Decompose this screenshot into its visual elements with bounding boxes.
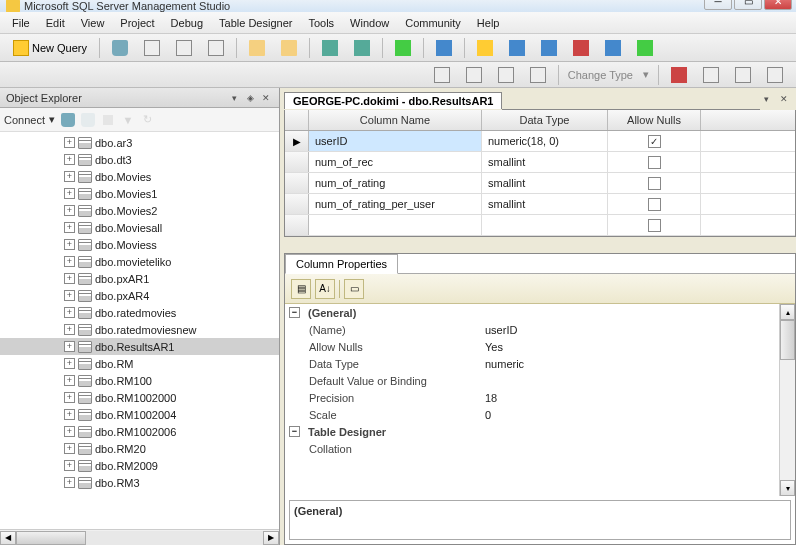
template-explorer-button[interactable] — [502, 36, 532, 60]
property-row[interactable]: Precision18 — [285, 389, 795, 406]
close-document-button[interactable]: ✕ — [780, 94, 792, 106]
menu-debug[interactable]: Debug — [163, 15, 211, 31]
close-button[interactable]: ✕ — [764, 0, 792, 10]
expand-icon[interactable]: + — [64, 273, 75, 284]
empty-row[interactable] — [285, 215, 795, 236]
property-value[interactable]: Yes — [485, 341, 795, 353]
row-selector[interactable] — [285, 194, 309, 214]
tree-table-item[interactable]: +dbo.Moviess — [0, 236, 279, 253]
expand-icon[interactable]: + — [64, 358, 75, 369]
dropdown-icon[interactable]: ▾ — [49, 113, 57, 126]
refresh-button[interactable]: ↻ — [139, 111, 157, 129]
maximize-button[interactable]: ▭ — [734, 0, 762, 10]
categorized-button[interactable]: ▤ — [291, 279, 311, 299]
allow-nulls-cell[interactable] — [608, 215, 701, 235]
activity-monitor-button[interactable] — [388, 36, 418, 60]
open-file-button[interactable] — [242, 36, 272, 60]
expand-icon[interactable]: + — [64, 205, 75, 216]
error-list-button[interactable] — [566, 36, 596, 60]
expand-icon[interactable]: + — [64, 460, 75, 471]
property-row[interactable]: Allow NullsYes — [285, 338, 795, 355]
group-by-button[interactable] — [728, 63, 758, 87]
checkbox[interactable] — [648, 156, 661, 169]
expand-icon[interactable]: + — [64, 375, 75, 386]
property-row[interactable]: (Name)userID — [285, 321, 795, 338]
row-selector[interactable] — [285, 152, 309, 172]
document-tab[interactable]: GEORGE-PC.dokimi - dbo.ResultsAR1 — [284, 92, 502, 109]
expand-icon[interactable]: + — [64, 307, 75, 318]
tree-table-item[interactable]: +dbo.Movies — [0, 168, 279, 185]
menu-help[interactable]: Help — [469, 15, 508, 31]
dropdown-button[interactable]: ▾ — [227, 91, 241, 105]
column-name-cell[interactable]: num_of_rating_per_user — [309, 194, 482, 214]
vertical-scrollbar[interactable]: ▴ ▾ — [779, 304, 795, 496]
column-name-cell[interactable]: num_of_rating — [309, 173, 482, 193]
property-value[interactable]: 0 — [485, 409, 795, 421]
data-type-cell[interactable]: smallint — [482, 152, 608, 172]
scroll-left-button[interactable]: ◀ — [0, 531, 16, 545]
allow-nulls-cell[interactable] — [608, 152, 701, 172]
minimize-button[interactable]: ─ — [704, 0, 732, 10]
expand-icon[interactable]: + — [64, 477, 75, 488]
open-project-button[interactable] — [274, 36, 304, 60]
tree-table-item[interactable]: +dbo.Movies1 — [0, 185, 279, 202]
tree-table-item[interactable]: +dbo.Moviesall — [0, 219, 279, 236]
data-type-cell[interactable]: smallint — [482, 173, 608, 193]
data-type-cell[interactable] — [482, 215, 608, 235]
property-value[interactable]: userID — [485, 324, 795, 336]
expand-icon[interactable]: + — [64, 239, 75, 250]
property-pages-button[interactable]: ▭ — [344, 279, 364, 299]
property-row[interactable]: Data Typenumeric — [285, 355, 795, 372]
scroll-down-button[interactable]: ▾ — [780, 480, 795, 496]
menu-file[interactable]: File — [4, 15, 38, 31]
expand-icon[interactable]: + — [64, 324, 75, 335]
tree-table-item[interactable]: +dbo.RM1002000 — [0, 389, 279, 406]
web-browser-button[interactable] — [630, 36, 660, 60]
tree-table-item[interactable]: +dbo.ratedmovies — [0, 304, 279, 321]
property-row[interactable]: Default Value or Binding — [285, 372, 795, 389]
property-section[interactable]: −(General) — [285, 304, 795, 321]
new-query-button[interactable]: New Query — [6, 36, 94, 60]
column-name-cell[interactable] — [309, 215, 482, 235]
checkbox[interactable] — [648, 198, 661, 211]
row-selector[interactable] — [285, 215, 309, 235]
connect-button[interactable] — [59, 111, 77, 129]
scroll-track[interactable] — [16, 531, 263, 545]
checkbox[interactable] — [648, 219, 661, 232]
object-explorer-button[interactable] — [470, 36, 500, 60]
column-row[interactable]: ▶userIDnumeric(18, 0)✓ — [285, 131, 795, 152]
verify-sql-button[interactable] — [696, 63, 726, 87]
tree-table-item[interactable]: +dbo.pxAR1 — [0, 270, 279, 287]
registered-servers-button[interactable] — [429, 36, 459, 60]
scroll-thumb[interactable] — [780, 320, 795, 360]
analysis-xmla-button[interactable] — [201, 36, 231, 60]
column-properties-tab[interactable]: Column Properties — [285, 254, 398, 274]
tree-table-item[interactable]: +dbo.pxAR4 — [0, 287, 279, 304]
scroll-thumb[interactable] — [16, 531, 86, 545]
tree-table-item[interactable]: +dbo.RM3 — [0, 474, 279, 491]
tool-item[interactable] — [427, 63, 457, 87]
expand-icon[interactable]: + — [64, 443, 75, 454]
menu-project[interactable]: Project — [112, 15, 162, 31]
expand-icon[interactable]: + — [64, 392, 75, 403]
tree-table-item[interactable]: +dbo.ratedmoviesnew — [0, 321, 279, 338]
analysis-dmx-button[interactable] — [169, 36, 199, 60]
property-value[interactable]: 18 — [485, 392, 795, 404]
tree-table-item[interactable]: +dbo.Movies2 — [0, 202, 279, 219]
collapse-icon[interactable]: − — [289, 426, 300, 437]
allow-nulls-cell[interactable]: ✓ — [608, 131, 701, 151]
allow-nulls-header[interactable]: Allow Nulls — [608, 110, 701, 130]
scroll-track[interactable] — [780, 320, 795, 480]
tree-table-item[interactable]: +dbo.ar3 — [0, 134, 279, 151]
scroll-right-button[interactable]: ▶ — [263, 531, 279, 545]
expand-icon[interactable]: + — [64, 222, 75, 233]
alphabetical-button[interactable]: A↓ — [315, 279, 335, 299]
save-button[interactable] — [315, 36, 345, 60]
expand-icon[interactable]: + — [64, 137, 75, 148]
add-criteria-button[interactable] — [760, 63, 790, 87]
object-tree[interactable]: +dbo.ar3+dbo.dt3+dbo.Movies+dbo.Movies1+… — [0, 132, 279, 529]
checkbox[interactable]: ✓ — [648, 135, 661, 148]
expand-icon[interactable]: + — [64, 154, 75, 165]
tree-table-item[interactable]: +dbo.RM100 — [0, 372, 279, 389]
menu-view[interactable]: View — [73, 15, 113, 31]
